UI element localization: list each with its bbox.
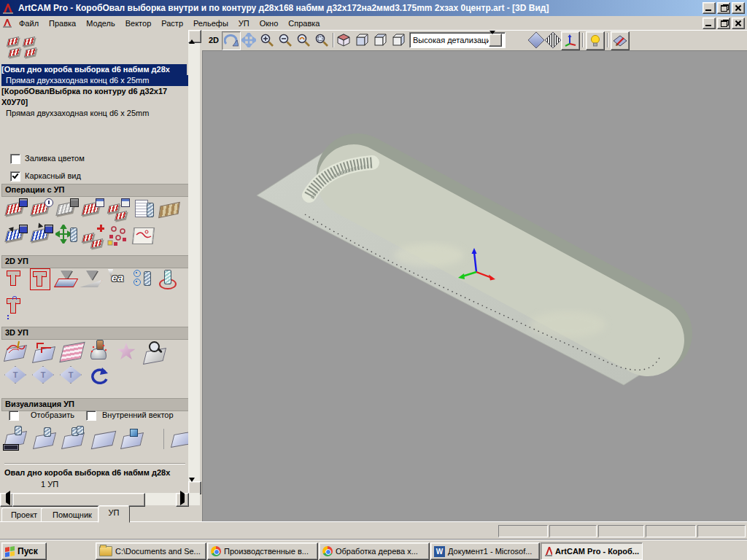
toolpath-list-item[interactable]: [КоробОвалВыбрка по контуру d6 д32х17 <box>1 86 187 97</box>
toolpath-template-button[interactable] <box>132 225 155 248</box>
bevel-carving-button[interactable] <box>81 268 104 292</box>
taskbar-item-browser-2[interactable]: Обработка дерева х... <box>319 542 430 560</box>
restore-button[interactable] <box>717 2 730 14</box>
raster-machining-button[interactable] <box>60 340 83 363</box>
menu-item-window[interactable]: Окно <box>255 18 284 29</box>
fill-color-checkbox[interactable] <box>10 154 20 164</box>
scroll-left-button[interactable] <box>0 493 13 507</box>
tab-toolpaths[interactable]: УП <box>98 505 130 523</box>
document-window-icon[interactable] <box>2 18 12 28</box>
nest-toolpaths-button[interactable] <box>107 225 130 248</box>
delete-toolpath-button[interactable] <box>55 198 79 222</box>
import-toolpath-button[interactable] <box>30 225 53 248</box>
profile-with-bridges-button[interactable] <box>4 296 28 319</box>
copy-toolpath-button[interactable] <box>81 225 104 248</box>
section-3d-toolpaths: 3D УП <box>1 327 191 340</box>
chrome-icon <box>211 546 221 556</box>
calculate-toolpath-button[interactable] <box>81 198 104 222</box>
machine-relief-button[interactable] <box>4 340 28 363</box>
menu-item-reliefs[interactable]: Рельефы <box>188 18 233 29</box>
view-along-x-button[interactable] <box>353 31 371 49</box>
menu-item-toolpaths[interactable]: УП <box>233 18 255 29</box>
export-toolpath-button[interactable] <box>4 225 28 248</box>
feature-machining-button[interactable] <box>115 340 139 363</box>
view-along-y-button[interactable] <box>371 31 389 49</box>
toolpath-preview-button[interactable] <box>158 198 181 222</box>
pan-view-button[interactable] <box>240 31 258 49</box>
zoom-in-icon <box>260 33 274 47</box>
menu-item-model[interactable]: Модель <box>81 18 120 29</box>
wireframe-checkbox[interactable] <box>10 171 20 182</box>
paint-relief-button[interactable] <box>611 31 630 50</box>
child-close-button[interactable] <box>732 18 745 29</box>
simulate-all-toolpaths-button[interactable] <box>61 426 88 451</box>
close-button[interactable] <box>732 2 745 14</box>
start-button[interactable]: Пуск <box>1 542 47 560</box>
taskbar-item-artcam[interactable]: ArtCAM Pro - Короб... <box>541 542 643 560</box>
taskbar-item-word[interactable]: W Документ1 - Microsof... <box>430 542 540 560</box>
toolpath-list-item[interactable]: Прямая двухзаходная конц d6 x 25mm <box>1 75 191 86</box>
menu-item-help[interactable]: Справка <box>283 18 325 29</box>
menu-item-file[interactable]: Файл <box>14 18 44 29</box>
3d-view-canvas[interactable] <box>202 50 747 523</box>
zoom-extents-button[interactable] <box>313 31 330 49</box>
toolpath-undo-button[interactable] <box>88 366 111 389</box>
wireframe-texture-button[interactable] <box>544 31 562 49</box>
toolpath-list-item[interactable]: Х0У70] <box>1 97 187 108</box>
shaded-view-button[interactable] <box>527 31 545 49</box>
delete-block-button[interactable] <box>120 426 146 451</box>
toolpath-list-item[interactable]: [Овал дно короба выборка d6 набмм д28х <box>1 64 187 75</box>
child-minimize-button[interactable] <box>703 18 716 29</box>
z-level-roughing-button[interactable] <box>32 340 55 363</box>
window-controls <box>703 2 745 14</box>
child-restore-button[interactable] <box>717 18 730 29</box>
view-along-z-button[interactable] <box>390 31 407 49</box>
toolpath-inspect-button[interactable] <box>143 340 166 363</box>
menu-item-vector[interactable]: Вектор <box>120 18 157 29</box>
simulation-show-checkbox[interactable] <box>9 411 19 421</box>
minimize-button[interactable] <box>703 2 716 14</box>
taskbar-item-explorer[interactable]: C:\Documents and Se... <box>96 542 206 560</box>
machine-relief-tile-3-button[interactable] <box>60 366 83 389</box>
drilling-button[interactable] <box>132 268 155 292</box>
inlay-wizard-button[interactable] <box>158 268 181 292</box>
batch-calculate-button[interactable] <box>107 198 130 222</box>
v-bit-carving-button[interactable] <box>55 268 79 292</box>
machine-relief-tile-button[interactable] <box>4 366 28 389</box>
zoom-in-button[interactable] <box>258 31 276 49</box>
transform-toolpath-button[interactable] <box>55 225 79 248</box>
simulate-toolpath-control-button[interactable] <box>3 426 29 451</box>
toggle-axes-button[interactable] <box>561 31 580 50</box>
toolpath-notes-button[interactable] <box>132 198 155 222</box>
toolpath-summary-button[interactable] <box>30 198 53 222</box>
isometric-view-button[interactable] <box>335 31 352 49</box>
scroll-up-button[interactable] <box>188 30 201 43</box>
tab-assistant[interactable]: Помощник <box>41 508 104 523</box>
artcam-app-icon[interactable] <box>2 3 14 14</box>
taskbar-item-browser-1[interactable]: Производственные в... <box>207 542 318 560</box>
scroll-right-button[interactable] <box>176 493 189 507</box>
panel-horizontal-scrollbar[interactable] <box>0 493 200 505</box>
toggle-light-button[interactable] <box>586 31 605 50</box>
profile-toolpath-button[interactable] <box>4 268 28 292</box>
zoom-previous-button[interactable] <box>295 31 312 49</box>
tab-project[interactable]: Проект <box>1 508 47 523</box>
word-icon: W <box>434 546 445 557</box>
zoom-out-button[interactable] <box>276 31 294 49</box>
inner-vector-checkbox[interactable] <box>86 411 96 421</box>
machine-relief-tile-2-button[interactable] <box>32 366 55 389</box>
simulate-toolpath-button[interactable] <box>32 426 58 451</box>
menu-item-raster[interactable]: Растр <box>156 18 188 29</box>
reset-block-button[interactable] <box>90 426 117 451</box>
toolpath-list-item[interactable]: Прямая двухзаходная конц d6 x 25mm <box>1 108 191 119</box>
rest-machining-button[interactable] <box>88 340 111 363</box>
panel-vertical-scrollbar[interactable] <box>188 30 200 493</box>
toggle-2d-view-button[interactable]: 2D <box>205 31 222 49</box>
rotate-view-button[interactable] <box>222 31 241 50</box>
detail-dropdown-button[interactable] <box>489 34 502 47</box>
inner-vector-label: Внутренний вектор <box>102 411 174 420</box>
engraving-button[interactable]: ea <box>107 268 130 292</box>
area-clearance-button[interactable] <box>30 268 53 292</box>
save-toolpath-button[interactable] <box>4 198 28 222</box>
menu-item-edit[interactable]: Правка <box>44 18 81 29</box>
